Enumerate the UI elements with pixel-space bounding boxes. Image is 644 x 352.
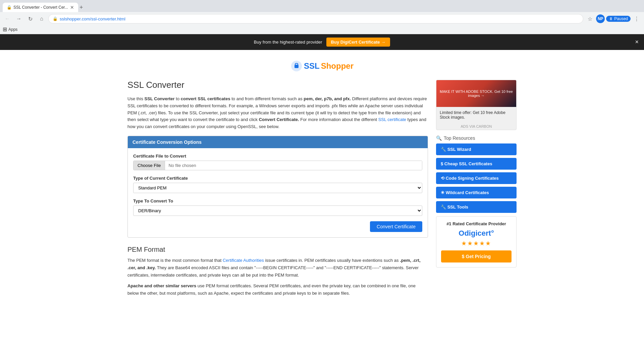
convert-to-select[interactable]: DER/Binary Standard PEM PKCS7/P7B PFX/PK…: [133, 206, 422, 216]
address-bar[interactable]: 🔒 sslshopper.com/ssl-converter.html: [48, 14, 583, 23]
ad-image-text: MAKE IT WITH ADOBE STOCK. Get 10 free im…: [439, 90, 514, 98]
pem-paragraph-1: The PEM format is the most common format…: [127, 257, 428, 279]
sidebar-ad-image: MAKE IT WITH ADOBE STOCK. Get 10 free im…: [436, 80, 516, 107]
ssl-tools-button[interactable]: 🔧 SSL Tools: [436, 201, 517, 213]
logo-area: SSLShopper: [127, 57, 517, 80]
logo-container[interactable]: SSLShopper: [290, 60, 354, 72]
paused-label: Paused: [614, 16, 628, 21]
cert-conversion-box: Certificate Conversion Options Certifica…: [127, 136, 428, 238]
code-signing-icon: ⟲: [441, 176, 446, 181]
logo-shopper-text: Shopper: [321, 61, 354, 71]
convert-to-group: Type To Convert To DER/Binary Standard P…: [133, 198, 422, 216]
logo-ssl-text: SSL: [304, 61, 320, 71]
browser-chrome: 🔒 SSL Converter - Convert Cer... ✕ + ← →…: [0, 0, 644, 34]
rating-stars: ★★★★★: [441, 240, 512, 247]
browser-tab[interactable]: 🔒 SSL Converter - Convert Cer... ✕: [3, 3, 78, 12]
pause-icon: ⏸: [609, 16, 613, 21]
url-display: sslshopper.com/ssl-converter.html: [60, 16, 125, 21]
new-tab-button[interactable]: +: [79, 4, 83, 11]
browser-controls-row: ← → ↻ ⌂ 🔒 sslshopper.com/ssl-converter.h…: [0, 12, 644, 25]
apps-bookmark[interactable]: ⊞ Apps: [3, 26, 17, 33]
apps-label: Apps: [8, 27, 17, 32]
dollar-icon-1: $: [441, 161, 444, 166]
sidebar-ad-text: Limited time offer: Get 10 free Adobe St…: [436, 107, 516, 123]
browser-action-buttons: ☆ NP ⏸ Paused ⋮: [585, 14, 641, 23]
paused-button[interactable]: ⏸ Paused: [606, 16, 631, 22]
file-label: Certificate File to Convert: [133, 154, 422, 159]
refresh-button[interactable]: ↻: [25, 14, 35, 23]
main-content: SSL Converter Use this SSL Converter to …: [127, 80, 428, 300]
wildcard-certs-button[interactable]: ✳ Wildcard Certificates: [436, 187, 517, 198]
cheap-ssl-button[interactable]: $ Cheap SSL Certificates: [436, 158, 517, 170]
page-title: SSL Converter: [127, 80, 428, 90]
current-type-group: Type of Current Certificate Standard PEM…: [133, 176, 422, 193]
convert-to-label: Type To Convert To: [133, 198, 422, 203]
current-type-select[interactable]: Standard PEM DER/Binary PKCS7/P7B PFX/PK…: [133, 183, 422, 193]
current-type-label: Type of Current Certificate: [133, 176, 422, 181]
convert-certificate-button[interactable]: Convert Certificate: [370, 221, 422, 232]
sidebar: MAKE IT WITH ADOBE STOCK. Get 10 free im…: [436, 80, 517, 300]
ssl-cert-link[interactable]: SSL certificate: [378, 117, 406, 122]
lock-icon: 🔒: [53, 16, 58, 21]
buy-digicert-button[interactable]: Buy DigiCert Certificate →: [326, 38, 390, 47]
cert-conversion-header: Certificate Conversion Options: [128, 136, 428, 148]
file-upload-group: Certificate File to Convert Choose File …: [133, 154, 422, 170]
intro-paragraph: Use this SSL Converter to convert SSL ce…: [127, 96, 428, 130]
magnifier-icon: 🔍: [436, 135, 442, 141]
wrench-icon-1: 🔧: [441, 147, 447, 152]
provider-box: #1 Rated Certificate Provider Odigicert°…: [436, 216, 517, 268]
wildcard-icon: ✳: [441, 190, 446, 195]
content-area: SSL Converter Use this SSL Converter to …: [127, 80, 517, 300]
code-signing-label: Code Signing Certificates: [446, 176, 499, 181]
bookmarks-bar: ⊞ Apps: [0, 25, 644, 34]
banner-close-button[interactable]: ×: [635, 39, 639, 46]
wildcard-certs-label: Wildcard Certificates: [446, 190, 489, 195]
browser-title-bar: 🔒 SSL Converter - Convert Cer... ✕ +: [0, 0, 644, 12]
logo-icon: [290, 60, 303, 72]
file-input-wrapper: Choose File No file chosen: [133, 161, 422, 170]
ssl-wizard-label: SSL Wizard: [447, 147, 471, 152]
pem-paragraph-2: Apache and other similar servers use PEM…: [127, 282, 428, 297]
back-button[interactable]: ←: [3, 14, 12, 23]
provider-title: #1 Rated Certificate Provider: [441, 221, 512, 226]
get-pricing-button[interactable]: $ Get Pricing: [441, 250, 512, 262]
home-button[interactable]: ⌂: [37, 14, 46, 23]
menu-button[interactable]: ⋮: [632, 14, 641, 23]
top-resources-label: Top Resources: [444, 135, 475, 141]
ssl-tools-label: SSL Tools: [447, 204, 468, 210]
cert-authorities-link[interactable]: Certificate Authorities: [223, 258, 264, 263]
top-resources-title: 🔍 Top Resources: [436, 135, 517, 141]
tab-title: SSL Converter - Convert Cer...: [13, 5, 68, 10]
sidebar-ad-box: MAKE IT WITH ADOBE STOCK. Get 10 free im…: [436, 80, 517, 130]
cert-conversion-body: Certificate File to Convert Choose File …: [128, 148, 428, 237]
profile-button[interactable]: NP: [596, 14, 605, 23]
pem-section-title: PEM Format: [127, 246, 428, 253]
forward-button[interactable]: →: [14, 14, 23, 23]
code-signing-button[interactable]: ⟲ Code Signing Certificates: [436, 172, 517, 184]
page-wrapper: SSLShopper SSL Converter Use this SSL Co…: [121, 50, 523, 307]
choose-file-button[interactable]: Choose File: [133, 161, 165, 170]
ssl-wizard-button[interactable]: 🔧 SSL Wizard: [436, 143, 517, 155]
digicert-logo: Odigicert°: [441, 229, 512, 238]
bookmark-star-button[interactable]: ☆: [585, 14, 595, 23]
tab-close-icon[interactable]: ✕: [70, 5, 74, 10]
ads-via-carbon: ADS VIA CARBON: [436, 123, 516, 130]
apps-grid-icon: ⊞: [3, 26, 7, 33]
tab-favicon: 🔒: [7, 5, 11, 10]
form-footer: Convert Certificate: [133, 221, 422, 232]
banner-text: Buy from the highest-rated provider: [254, 40, 322, 45]
top-banner: Buy from the highest-rated provider Buy …: [0, 34, 644, 50]
file-name-display: No file chosen: [165, 161, 422, 170]
cheap-ssl-label: Cheap SSL Certificates: [444, 161, 492, 166]
wrench-icon-2: 🔧: [441, 204, 447, 210]
